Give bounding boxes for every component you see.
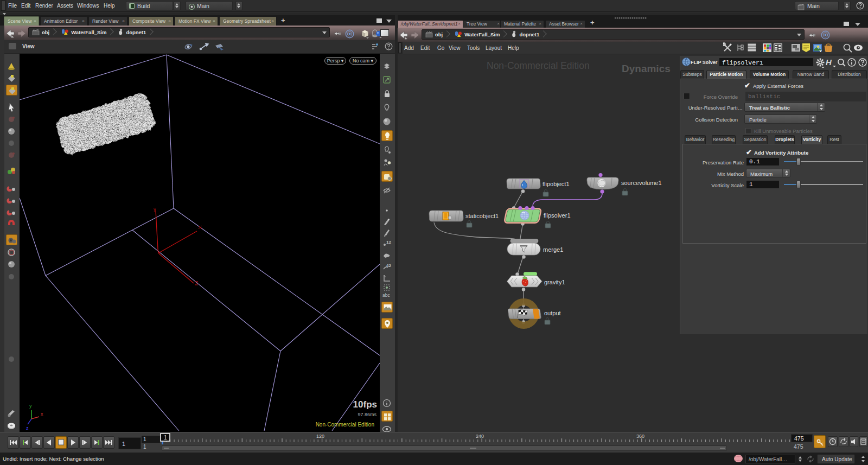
svg-text:output: output [544,310,561,316]
svg-text:gravity1: gravity1 [544,279,565,285]
svg-text:flipobject1: flipobject1 [542,181,570,187]
svg-text:x: x [41,411,43,417]
svg-text:42: 42 [386,263,391,268]
svg-text:merge1: merge1 [543,246,563,253]
svg-text:y: y [29,403,32,409]
svg-text:z: z [26,425,29,431]
svg-text:H: H [826,58,832,67]
svg-text:360: 360 [636,434,644,439]
svg-text:120: 120 [316,434,324,439]
svg-text:1: 1 [164,435,167,441]
svg-text:sourcevolume1: sourcevolume1 [621,180,662,186]
svg-text:y: y [154,207,156,212]
svg-text:flipsolver1: flipsolver1 [544,212,571,219]
svg-text:240: 240 [476,434,484,439]
svg-text:staticobject1: staticobject1 [465,213,499,219]
svg-text:12: 12 [386,240,391,245]
